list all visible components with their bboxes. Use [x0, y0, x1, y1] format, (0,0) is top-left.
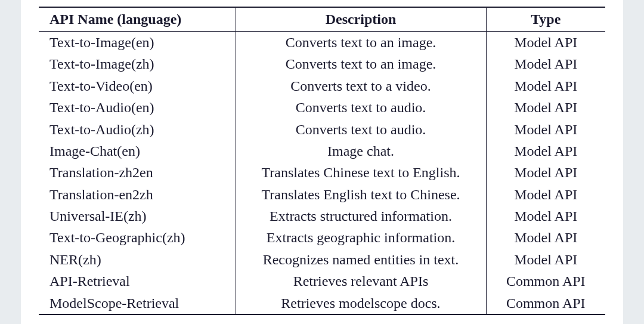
header-description: Description [236, 7, 486, 32]
cell-description: Translates English text to Chinese. [236, 184, 486, 205]
cell-description: Recognizes named entities in text. [236, 249, 486, 270]
table-row: Text-to-Video(en)Converts text to a vide… [39, 75, 605, 97]
cell-type: Model API [486, 205, 605, 227]
cell-description: Converts text to an image. [236, 53, 486, 75]
cell-type: Model API [486, 75, 605, 97]
cell-description: Retrieves modelscope docs. [236, 292, 486, 314]
cell-api-name: API-Retrieval [39, 270, 236, 292]
cell-type: Model API [486, 249, 605, 270]
header-api-name: API Name (language) [39, 7, 236, 32]
cell-api-name: Text-to-Image(zh) [39, 53, 236, 75]
table-row: Text-to-Geographic(zh)Extracts geographi… [39, 227, 605, 248]
cell-description: Retrieves relevant APIs [236, 270, 486, 292]
table-row: NER(zh)Recognizes named entities in text… [39, 249, 605, 270]
cell-type: Model API [486, 97, 605, 118]
cell-type: Common API [486, 270, 605, 292]
cell-description: Translates Chinese text to English. [236, 162, 486, 183]
table-body: Text-to-Image(en)Converts text to an ima… [39, 31, 605, 314]
api-table-container: API Name (language) Description Type Tex… [21, 0, 623, 324]
table-row: Text-to-Audio(en)Converts text to audio.… [39, 97, 605, 118]
cell-description: Extracts geographic information. [236, 227, 486, 248]
cell-type: Model API [486, 140, 605, 162]
cell-description: Converts text to a video. [236, 75, 486, 97]
table-row: Text-to-Image(zh)Converts text to an ima… [39, 53, 605, 75]
api-table: API Name (language) Description Type Tex… [39, 7, 605, 315]
cell-type: Common API [486, 292, 605, 314]
cell-description: Image chat. [236, 140, 486, 162]
header-type: Type [486, 7, 605, 32]
cell-type: Model API [486, 184, 605, 205]
cell-type: Model API [486, 119, 605, 140]
table-row: ModelScope-RetrievalRetrieves modelscope… [39, 292, 605, 314]
cell-type: Model API [486, 31, 605, 53]
cell-description: Converts text to an image. [236, 31, 486, 53]
cell-api-name: Image-Chat(en) [39, 140, 236, 162]
cell-api-name: Translation-en2zh [39, 184, 236, 205]
cell-type: Model API [486, 162, 605, 183]
cell-api-name: Text-to-Geographic(zh) [39, 227, 236, 248]
table-row: Universal-IE(zh)Extracts structured info… [39, 205, 605, 227]
cell-api-name: Text-to-Audio(zh) [39, 119, 236, 140]
table-header-row: API Name (language) Description Type [39, 7, 605, 32]
table-row: Image-Chat(en)Image chat.Model API [39, 140, 605, 162]
table-row: Text-to-Image(en)Converts text to an ima… [39, 31, 605, 53]
cell-type: Model API [486, 53, 605, 75]
cell-description: Converts text to audio. [236, 119, 486, 140]
table-row: Text-to-Audio(zh)Converts text to audio.… [39, 119, 605, 140]
cell-description: Converts text to audio. [236, 97, 486, 118]
cell-api-name: Translation-zh2en [39, 162, 236, 183]
cell-api-name: Text-to-Video(en) [39, 75, 236, 97]
table-row: Translation-zh2enTranslates Chinese text… [39, 162, 605, 183]
cell-api-name: Universal-IE(zh) [39, 205, 236, 227]
cell-type: Model API [486, 227, 605, 248]
cell-api-name: NER(zh) [39, 249, 236, 270]
table-row: Translation-en2zhTranslates English text… [39, 184, 605, 205]
cell-description: Extracts structured information. [236, 205, 486, 227]
table-row: API-RetrievalRetrieves relevant APIsComm… [39, 270, 605, 292]
cell-api-name: Text-to-Audio(en) [39, 97, 236, 118]
cell-api-name: Text-to-Image(en) [39, 31, 236, 53]
cell-api-name: ModelScope-Retrieval [39, 292, 236, 314]
